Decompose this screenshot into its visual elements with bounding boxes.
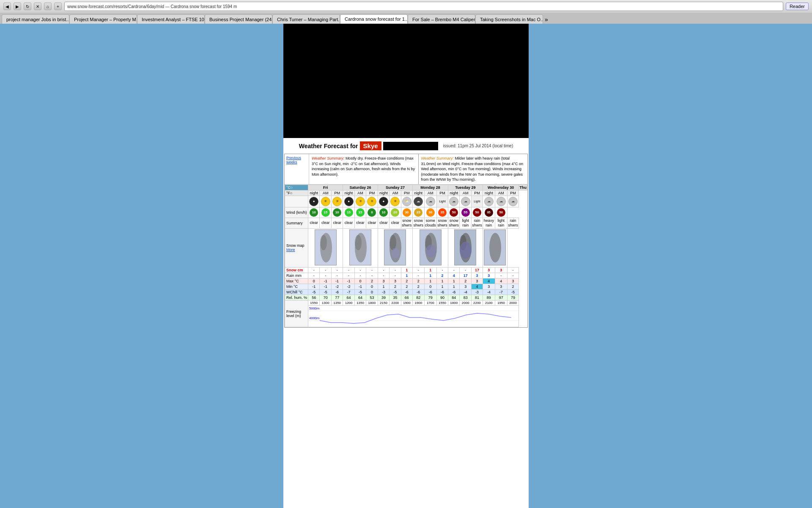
frz-0: 1550 — [308, 300, 320, 305]
tab-5-active[interactable]: Cardrona snow forecast for 1... — [340, 14, 408, 24]
home-button[interactable]: ⌂ — [44, 3, 52, 10]
stop-button[interactable]: ✕ — [34, 3, 41, 10]
reload-button[interactable]: ↻ — [24, 3, 31, 10]
wc-3: -7 — [343, 289, 354, 295]
fahr-unit[interactable]: °F○ — [285, 190, 308, 196]
max-9: 2 — [413, 278, 424, 284]
rh-3: 64 — [343, 295, 354, 300]
slot-pm-6: PM — [507, 190, 518, 196]
max-2: -1 — [331, 278, 343, 284]
min-13: 3 — [460, 284, 471, 289]
max-10: 1 — [424, 278, 437, 284]
snow-3: - — [343, 267, 354, 273]
frz-10: 1700 — [424, 300, 437, 305]
wind-label: Wind (km/h) — [285, 207, 308, 218]
snow-6: - — [378, 267, 389, 273]
add-tab-button[interactable]: + — [54, 3, 62, 10]
more-link[interactable]: More — [286, 248, 295, 252]
rain-8: 1 — [401, 273, 412, 278]
min-9: 2 — [413, 284, 424, 289]
wx-wed-pm: Light — [471, 196, 483, 207]
forecast-title: Weather Forecast for — [299, 143, 358, 149]
snow-13: - — [460, 267, 471, 273]
max-17: 3 — [507, 278, 518, 284]
tab-1[interactable]: Project Manager – Property M... — [69, 14, 137, 24]
rh-10: 79 — [424, 295, 437, 300]
back-button[interactable]: ◀ — [3, 3, 11, 10]
reader-button[interactable]: Reader — [786, 3, 809, 10]
max-c-label: Max °C — [285, 278, 308, 284]
wind-circle-8: 30 — [403, 208, 411, 217]
tab-0[interactable]: project manager Jobs in brist... — [2, 14, 69, 24]
rain-12: 4 — [448, 273, 460, 278]
rh-1: 70 — [320, 295, 331, 300]
svg-point-1 — [320, 235, 327, 250]
wx-sun-pm: ☀ — [366, 196, 378, 207]
snow-17: - — [507, 267, 518, 273]
sun-header: Sunday 27 — [378, 185, 412, 190]
wx-icon-17: ☁ — [508, 197, 518, 206]
rain-11: 2 — [437, 273, 448, 278]
tab-4[interactable]: Chris Turner – Managing Part... — [272, 14, 340, 24]
wind-circle-12: 50 — [450, 208, 458, 217]
wx-icon-6: ● — [379, 197, 388, 206]
max-13: 2 — [460, 278, 471, 284]
right-sidebar — [668, 0, 812, 508]
chart-svg — [308, 306, 518, 327]
tab-7[interactable]: Taking Screenshots in Mac O... — [475, 14, 543, 24]
address-bar[interactable]: www.snow-forecast.com/resorts/Cardrona/6… — [64, 2, 783, 11]
sum-11: snowshwrs — [437, 218, 448, 228]
weather-icons-row: ● ☀ ☀ ● ☀ ☀ ● ☀ ⛅ ☁ ☁ — [285, 196, 527, 207]
sum-9: snowshwrs — [413, 218, 424, 228]
frz-14: 2200 — [471, 300, 483, 305]
rain-2: - — [331, 273, 343, 278]
frz-7: 2200 — [390, 300, 401, 305]
wind-10: 30 — [424, 207, 437, 218]
light-label: Light — [439, 200, 445, 203]
wind-4: 15 — [354, 207, 366, 218]
frz-9: 1900 — [413, 300, 424, 305]
rain-13: 17 — [460, 273, 471, 278]
slot-am-2: AM — [354, 190, 366, 196]
wc-0: -5 — [308, 289, 320, 295]
tab-2[interactable]: Investment Analyst – FTSE 10... — [137, 14, 205, 24]
unit-row: °C○ Fri Saturday 26 Sunday 27 Monday 28 … — [285, 185, 527, 190]
wind-15: 85 — [483, 207, 495, 218]
forward-button[interactable]: ▶ — [14, 3, 21, 10]
rh-16: 97 — [495, 295, 507, 300]
snow-15: 3 — [483, 267, 495, 273]
frz-4: 1350 — [354, 300, 366, 305]
more-tabs-button[interactable]: » — [545, 16, 548, 24]
summary-left: Weather Summary: Mostly dry. Freeze-thaw… — [309, 154, 419, 184]
rh-13: 83 — [460, 295, 471, 300]
wx-sat-am: ☀ — [320, 196, 331, 207]
tab-6[interactable]: For Sale – Brembo M4 Caliper... — [408, 14, 475, 24]
wind-13: 55 — [460, 207, 471, 218]
prev-weeks-link[interactable]: Previous weeks — [286, 156, 301, 164]
map-sun — [343, 228, 378, 267]
snow-2: - — [331, 267, 343, 273]
wind-circle-7: 20 — [391, 208, 399, 217]
rh-0: 56 — [308, 295, 320, 300]
wx-tue-am: ☁ — [424, 196, 437, 207]
celsius-unit[interactable]: °C○ — [285, 185, 308, 190]
freeze-row: Freezinglevel (m) 1550 1300 1350 1200 13… — [285, 300, 527, 305]
wx-sat-night: ● — [343, 196, 354, 207]
summary-right: Weather Summary: Milder later with heavy… — [419, 154, 528, 184]
snow-map-row: Snow map More — [285, 228, 527, 267]
wx-icon-3: ● — [344, 197, 354, 206]
frz-2: 1350 — [331, 300, 343, 305]
wx-icon-2: ☀ — [332, 197, 342, 206]
wind-7: 20 — [390, 207, 401, 218]
min-1: -1 — [320, 284, 331, 289]
sum-10: someclouds — [424, 218, 437, 228]
rh-14: 81 — [471, 295, 483, 300]
slot-night-1: night — [343, 190, 354, 196]
wind-circle-14: 50 — [473, 208, 481, 217]
wc-7: -5 — [390, 289, 401, 295]
wind-circle-4: 15 — [356, 208, 365, 217]
snow-8: 1 — [401, 267, 412, 273]
wind-circle-10: 30 — [426, 208, 435, 217]
tab-3[interactable]: Business Project Manager (24... — [205, 14, 272, 24]
min-14: 4 — [471, 284, 483, 289]
